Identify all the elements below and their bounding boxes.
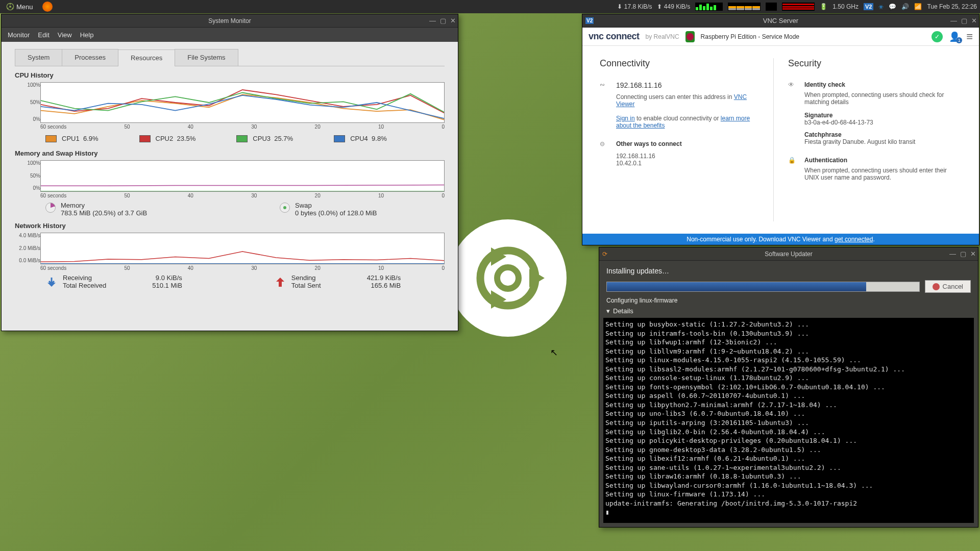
svg-point-9 xyxy=(12,8,13,9)
connectivity-column: Connectivity ∾ 192.168.11.16 Connecting … xyxy=(600,58,773,221)
share-icon: ∾ xyxy=(600,81,609,129)
svg-point-0 xyxy=(480,251,535,306)
menu-edit[interactable]: Edit xyxy=(38,31,49,39)
terminal-output[interactable]: Setting up busybox-static (1:1.27.2-2ubu… xyxy=(603,318,974,523)
net-up-stat: ⬆ 449 KiB/s xyxy=(657,3,690,10)
svg-point-1 xyxy=(497,267,519,289)
minimize-button[interactable]: — xyxy=(949,250,956,258)
vnc-mode: Raspberry Pi Edition - Service Mode xyxy=(701,33,799,40)
tab-file-systems[interactable]: File Systems xyxy=(175,49,238,66)
hamburger-menu-icon[interactable]: ≡ xyxy=(966,31,973,42)
raspberry-pi-icon xyxy=(685,31,695,42)
close-button[interactable]: ✕ xyxy=(970,250,976,258)
vnc-titlebar[interactable]: V2 VNC Server — ▢ ✕ xyxy=(582,14,979,28)
wallpaper-logo xyxy=(449,219,567,337)
catchphrase-value: Fiesta gravity Danube. August kilo trans… xyxy=(804,138,949,145)
other-ip-0: 192.168.11.16 xyxy=(616,153,682,160)
menu-help[interactable]: Help xyxy=(80,31,94,39)
cpu-x-axis: 60 seconds50403020100 xyxy=(15,124,445,130)
tray-battery-icon[interactable]: 🔋 xyxy=(820,3,827,10)
mem-x-axis: 60 seconds50403020100 xyxy=(15,193,445,198)
security-column: Security 👁 Identity check When prompted,… xyxy=(773,58,962,221)
bluetooth-icon[interactable]: ⚹ xyxy=(878,3,884,10)
vnc-icon: V2 xyxy=(585,17,594,24)
updater-status: Configuring linux-firmware xyxy=(599,296,978,305)
updater-title: Software Updater xyxy=(765,251,812,258)
cpu-graph xyxy=(40,82,445,123)
network-icon[interactable]: 📶 xyxy=(914,3,922,10)
cpu-y-axis: 100%50%0% xyxy=(15,82,40,123)
progress-bar xyxy=(606,282,920,292)
lock-icon: 🔒 xyxy=(788,157,797,181)
close-button[interactable]: ✕ xyxy=(971,17,977,24)
tray-net-meter[interactable] xyxy=(782,3,815,11)
tab-system[interactable]: System xyxy=(15,49,62,66)
sm-menubar: Monitor Edit View Help xyxy=(2,28,458,42)
sending-block: Sending421.9 KiB/s Total Sent165.6 MiB xyxy=(274,274,401,289)
tray-disk-icon[interactable] xyxy=(766,3,777,11)
details-toggle[interactable]: ▾Details xyxy=(599,305,978,318)
menu-button[interactable]: Menu xyxy=(3,2,36,12)
upload-icon xyxy=(274,276,286,288)
updater-icon: ⟳ xyxy=(602,251,607,258)
eye-icon: 👁 xyxy=(788,81,797,145)
updater-heading: Installing updates… xyxy=(599,261,978,280)
ip-address: 192.168.11.16 xyxy=(616,81,761,89)
volume-icon[interactable]: 🔊 xyxy=(901,3,909,10)
vnc-footer: Non-commercial use only. Download VNC Vi… xyxy=(582,234,979,245)
receiving-block: Receiving9.0 KiB/s Total Received510.1 M… xyxy=(45,274,182,289)
other-ip-1: 10.42.0.1 xyxy=(616,160,682,167)
tray-cpu-meter[interactable] xyxy=(728,3,761,11)
auth-heading: Authentication xyxy=(804,157,949,164)
minimize-button[interactable]: — xyxy=(429,17,436,24)
top-panel: Menu ⬇ 17.8 KiB/s ⬆ 449 KiB/s 🔋 1.50 GHz… xyxy=(0,0,980,13)
maximize-button[interactable]: ▢ xyxy=(961,17,967,24)
svg-rect-10 xyxy=(279,281,282,287)
vnc-toolbar: vnc connect by RealVNC Raspberry Pi Edit… xyxy=(582,28,979,46)
system-monitor-titlebar[interactable]: System Monitor — ▢ ✕ xyxy=(2,14,458,28)
updater-titlebar[interactable]: ⟳ Software Updater — ▢ ✕ xyxy=(599,247,978,261)
menu-monitor[interactable]: Monitor xyxy=(8,31,30,39)
tray-load-graph[interactable] xyxy=(695,3,723,11)
tab-resources[interactable]: Resources xyxy=(118,49,175,66)
mouse-cursor-icon: ↖ xyxy=(550,347,558,358)
tab-processes[interactable]: Processes xyxy=(62,49,118,66)
sm-title: System Monitor xyxy=(208,17,251,24)
notifications-icon[interactable]: 💬 xyxy=(889,3,896,10)
svg-point-6 xyxy=(9,6,11,8)
vnc-title: VNC Server xyxy=(763,17,798,24)
maximize-button[interactable]: ▢ xyxy=(960,250,966,258)
connectivity-heading: Connectivity xyxy=(600,58,761,69)
download-icon xyxy=(45,276,58,288)
get-connected-link[interactable]: get connected xyxy=(835,236,873,243)
signature-label: Signature xyxy=(804,112,949,119)
minimize-button[interactable]: — xyxy=(950,17,957,24)
user-icon[interactable]: 👤1 xyxy=(949,31,960,42)
cancel-button[interactable]: Cancel xyxy=(925,280,971,293)
mem-y-axis: 100%50%0% xyxy=(15,160,40,192)
sign-in-link[interactable]: Sign in xyxy=(616,115,635,122)
software-updater-window: ⟳ Software Updater — ▢ ✕ Installing upda… xyxy=(599,247,978,528)
net-graph xyxy=(40,233,445,264)
signature-value: b3-0a-e4-d0-68-44-13-73 xyxy=(804,119,949,126)
system-monitor-window: System Monitor — ▢ ✕ Monitor Edit View H… xyxy=(1,14,458,331)
clock[interactable]: Tue Feb 25, 22:26 xyxy=(927,3,977,10)
close-button[interactable]: ✕ xyxy=(450,17,456,24)
vnc-tray-icon[interactable]: V2 xyxy=(864,3,873,10)
maximize-button[interactable]: ▢ xyxy=(440,17,446,24)
cpu-legend: CPU1 6.9% CPU2 23.5% CPU3 25.7% CPU4 9.8… xyxy=(15,130,445,144)
catchphrase-label: Catchphrase xyxy=(804,131,949,138)
cancel-icon xyxy=(933,283,940,290)
svg-point-7 xyxy=(10,3,11,5)
sm-tabs: System Processes Resources File Systems xyxy=(15,49,445,66)
security-heading: Security xyxy=(788,58,949,69)
net-down-stat: ⬇ 17.8 KiB/s xyxy=(617,3,652,10)
collapse-icon[interactable]: ⊖ xyxy=(600,140,609,167)
chevron-down-icon: ▾ xyxy=(606,307,610,315)
svg-point-8 xyxy=(7,8,9,9)
vnc-logo: vnc connect xyxy=(589,31,640,42)
mem-history-title: Memory and Swap History xyxy=(15,149,445,157)
firefox-icon[interactable] xyxy=(42,2,53,12)
menu-view[interactable]: View xyxy=(58,31,72,39)
cpu-freq: 1.50 GHz xyxy=(832,3,859,10)
